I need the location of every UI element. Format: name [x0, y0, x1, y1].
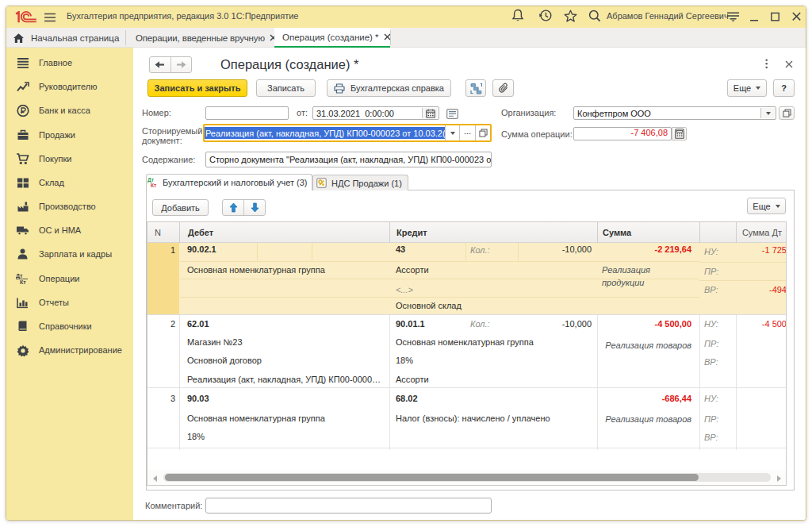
- svg-text:Кт: Кт: [151, 183, 156, 188]
- svg-text:Кт: Кт: [20, 279, 26, 285]
